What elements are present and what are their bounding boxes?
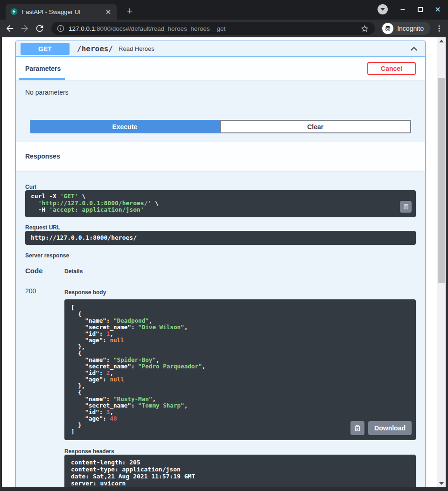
clear-button[interactable]: Clear — [220, 120, 412, 133]
response-headers-code: content-length: 205 content-type: applic… — [64, 455, 416, 487]
response-table-header: Code Details — [25, 267, 416, 280]
window-close-button[interactable]: × — [434, 4, 441, 14]
url-host: 127.0.0.1 — [69, 25, 95, 32]
scrollbar-down-arrow[interactable] — [437, 480, 446, 487]
responses-header: Responses — [16, 142, 425, 171]
clipboard-icon — [403, 203, 409, 210]
scrollbar-up-arrow[interactable] — [437, 37, 446, 45]
browser-menu-button[interactable] — [435, 24, 443, 33]
request-url-label: Request URL — [25, 224, 416, 231]
incognito-label: Incognito — [397, 25, 424, 32]
back-button[interactable] — [5, 23, 15, 34]
response-row-200: 200 Response body [ { "name": "Deadpond"… — [25, 286, 416, 487]
endpoint-path: /heroes/ — [77, 44, 113, 53]
swagger-page: GET /heroes/ Read Heroes Parameters Canc… — [2, 37, 446, 487]
curl-copy-button[interactable] — [400, 201, 412, 213]
caret-down-icon — [380, 8, 385, 11]
response-headers-label: Response headers — [64, 448, 416, 455]
cancel-button[interactable]: Cancel — [367, 62, 416, 75]
code-column-header: Code — [25, 267, 64, 275]
opblock-summary[interactable]: GET /heroes/ Read Heroes — [16, 41, 425, 57]
tab-search-button[interactable] — [378, 4, 388, 14]
window-maximize-button[interactable] — [418, 7, 423, 12]
reload-button[interactable] — [35, 23, 45, 34]
url-bar[interactable]: 127.0.0.1:8000/docs#/default/read_heroes… — [51, 22, 375, 35]
scrollbar-thumb[interactable] — [438, 78, 445, 283]
forward-button[interactable] — [20, 23, 30, 34]
download-button[interactable]: Download — [368, 421, 412, 435]
page-scrollbar[interactable] — [437, 37, 446, 487]
parameters-body: No parameters Execute Clear — [16, 80, 425, 142]
collapse-chevron-icon[interactable] — [409, 44, 419, 54]
response-copy-button[interactable] — [350, 421, 364, 435]
tab-parameters[interactable]: Parameters — [25, 65, 61, 72]
tab-close-icon[interactable]: ✕ — [105, 8, 112, 15]
incognito-badge: Incognito — [381, 22, 430, 35]
new-tab-button[interactable]: + — [123, 5, 136, 18]
clipboard-icon — [354, 424, 361, 432]
active-tab-underline — [19, 78, 65, 80]
curl-label: Curl — [25, 184, 416, 190]
url-text[interactable]: 127.0.0.1:8000/docs#/default/read_heroes… — [69, 25, 356, 32]
curl-code: curl -X 'GET' \ 'http://127.0.0.1:8000/h… — [25, 190, 416, 217]
fastapi-favicon-icon — [10, 8, 18, 15]
page-info-icon[interactable] — [57, 25, 64, 32]
browser-tab[interactable]: FastAPI - Swagger UI ✕ — [6, 4, 117, 20]
details-column-header: Details — [64, 268, 83, 275]
response-body-code: [ { "name": "Deadpond", "secret_name": "… — [64, 299, 416, 440]
responses-body: Curl curl -X 'GET' \ 'http://127.0.0.1:8… — [16, 171, 425, 487]
tab-title: FastAPI - Swagger UI — [22, 8, 100, 15]
request-url-code: http://127.0.0.1:8000/heroes/ — [25, 231, 416, 245]
url-path: :8000/docs#/default/read_heroes_heroes__… — [95, 25, 225, 32]
execute-button[interactable]: Execute — [30, 120, 220, 133]
incognito-icon — [382, 23, 393, 34]
status-code: 200 — [25, 286, 64, 487]
endpoint-summary: Read Heroes — [119, 45, 154, 52]
browser-toolbar: 127.0.0.1:8000/docs#/default/read_heroes… — [0, 20, 448, 37]
opblock-get-heroes: GET /heroes/ Read Heroes Parameters Canc… — [15, 41, 426, 487]
responses-title: Responses — [25, 152, 60, 160]
window-minimize-button[interactable]: – — [399, 4, 406, 14]
http-method-badge: GET — [21, 43, 70, 55]
bookmark-star-icon[interactable] — [360, 24, 369, 33]
browser-titlebar: FastAPI - Swagger UI ✕ + – × — [0, 0, 448, 20]
parameters-header: Parameters Cancel — [16, 57, 425, 80]
response-body-label: Response body — [64, 289, 416, 296]
no-parameters-text: No parameters — [25, 89, 416, 96]
server-response-label: Server response — [25, 252, 416, 259]
